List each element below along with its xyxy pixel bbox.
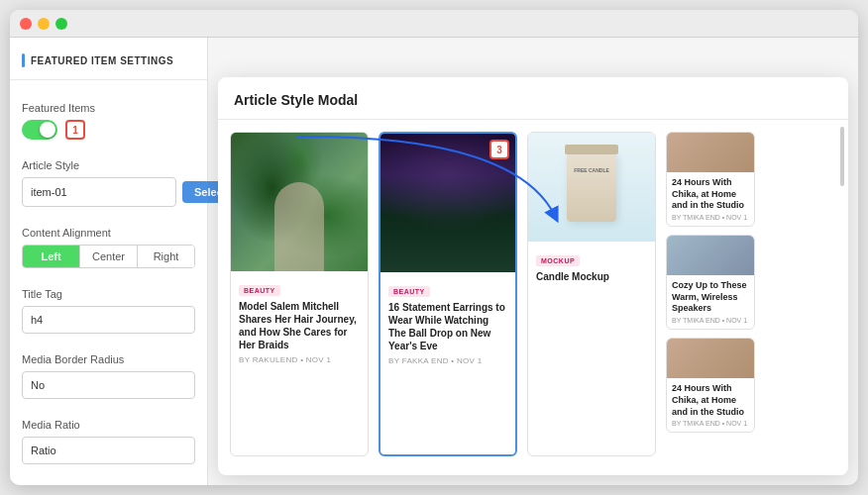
main-area: Article Style Modal BEAUTY Model Salem M… — [208, 38, 858, 485]
app-window: FEATURED ITEM SETTINGS Featured Items 1 … — [10, 10, 858, 485]
maximize-dot[interactable] — [55, 18, 67, 30]
modal-header: Article Style Modal — [218, 77, 848, 120]
media-border-radius-row: Media Border Radius — [10, 344, 207, 409]
content-alignment-label: Content Alignment — [22, 227, 195, 239]
align-left-button[interactable]: Left — [23, 246, 80, 267]
card-1-image — [231, 133, 368, 271]
close-dot[interactable] — [20, 18, 32, 30]
panel-title: FEATURED ITEM SETTINGS — [31, 55, 173, 66]
list-item[interactable]: Cozy Up to These Warm, Wireless Speakers… — [666, 235, 755, 330]
article-style-modal: Article Style Modal BEAUTY Model Salem M… — [218, 77, 848, 475]
card-3-image — [528, 133, 655, 242]
card-4a-title: 24 Hours With Chika, at Home and in the … — [672, 177, 749, 212]
card-2-category: BEAUTY — [388, 286, 430, 297]
list-item[interactable]: 24 Hours With Chika, at Home and in the … — [666, 338, 755, 433]
featured-items-toggle[interactable] — [22, 120, 57, 140]
card-1-title: Model Salem Mitchell Shares Her Hair Jou… — [239, 300, 360, 351]
modal-title: Article Style Modal — [234, 92, 358, 108]
card-4b-title: Cozy Up to These Warm, Wireless Speakers — [672, 280, 749, 315]
title-tag-label: Title Tag — [22, 288, 195, 300]
list-item[interactable]: MOCKUP Candle Mockup — [527, 132, 656, 456]
card-1-author: BY RAKULEND • NOV 1 — [239, 355, 360, 364]
featured-items-label: Featured Items — [22, 102, 195, 114]
settings-panel: FEATURED ITEM SETTINGS Featured Items 1 … — [10, 38, 208, 485]
article-style-input-row: 2 Select — [22, 177, 195, 207]
media-ratio-label: Media Ratio — [22, 419, 195, 431]
minimize-dot[interactable] — [38, 18, 50, 30]
card-4-container: 24 Hours With Chika, at Home and in the … — [666, 132, 755, 456]
media-ratio-row: Media Ratio — [10, 409, 207, 474]
candle-graphic — [567, 152, 616, 222]
scrollbar[interactable] — [840, 127, 844, 186]
title-tag-input[interactable] — [22, 306, 195, 334]
title-tag-row: Title Tag — [10, 278, 207, 344]
article-style-input[interactable] — [22, 177, 176, 207]
card-3-category: MOCKUP — [536, 255, 580, 266]
card-1-body: BEAUTY Model Salem Mitchell Shares Her H… — [231, 271, 368, 372]
card-3-title: Candle Mockup — [536, 270, 647, 283]
content-alignment-row: Content Alignment Left Center Right — [10, 217, 207, 278]
content-area: FEATURED ITEM SETTINGS Featured Items 1 … — [10, 38, 858, 485]
card-2-title: 16 Statement Earrings to Wear While Watc… — [388, 301, 507, 352]
alignment-group: Left Center Right — [22, 245, 195, 268]
align-center-button[interactable]: Center — [80, 246, 138, 267]
card-3-body: MOCKUP Candle Mockup — [528, 242, 655, 295]
panel-header-bar — [22, 53, 25, 67]
article-style-label: Article Style — [22, 159, 195, 171]
card-1-category: BEAUTY — [239, 285, 280, 296]
list-item[interactable]: BEAUTY Model Salem Mitchell Shares Her H… — [230, 132, 369, 456]
card-4a-author: BY TMIKA END • NOV 1 — [672, 214, 749, 221]
badge-1: 1 — [65, 120, 85, 140]
list-item[interactable]: 24 Hours With Chika, at Home and in the … — [666, 132, 755, 227]
card-4c-author: BY TMIKA END • NOV 1 — [672, 420, 749, 427]
card-4c-body: 24 Hours With Chika, at Home and in the … — [667, 378, 754, 432]
modal-body: BEAUTY Model Salem Mitchell Shares Her H… — [218, 120, 848, 468]
card-4c-title: 24 Hours With Chika, at Home and in the … — [672, 383, 749, 418]
card-4a-image — [667, 133, 754, 172]
featured-items-row: Featured Items 1 — [10, 92, 207, 149]
panel-header: FEATURED ITEM SETTINGS — [10, 53, 207, 80]
card-4c-image — [667, 339, 754, 378]
card-4b-body: Cozy Up to These Warm, Wireless Speakers… — [667, 275, 754, 329]
media-border-radius-label: Media Border Radius — [22, 353, 195, 365]
media-ratio-input[interactable] — [22, 437, 195, 464]
list-item[interactable]: 3 BEAUTY 16 Statement Earrings to Wear W… — [379, 132, 517, 456]
card-4b-image — [667, 236, 754, 275]
card-4b-author: BY TMIKA END • NOV 1 — [672, 317, 749, 324]
media-border-radius-input[interactable] — [22, 371, 195, 399]
article-style-row: Article Style 2 Select — [10, 149, 207, 217]
card-2-author: BY FAKKA END • NOV 1 — [388, 356, 507, 365]
badge-3: 3 — [489, 140, 509, 159]
align-right-button[interactable]: Right — [138, 246, 194, 267]
titlebar — [10, 10, 858, 38]
card-4a-body: 24 Hours With Chika, at Home and in the … — [667, 172, 754, 226]
card-2-body: BEAUTY 16 Statement Earrings to Wear Whi… — [380, 272, 515, 373]
candle-lid — [565, 145, 618, 154]
toggle-row: 1 — [22, 120, 195, 140]
